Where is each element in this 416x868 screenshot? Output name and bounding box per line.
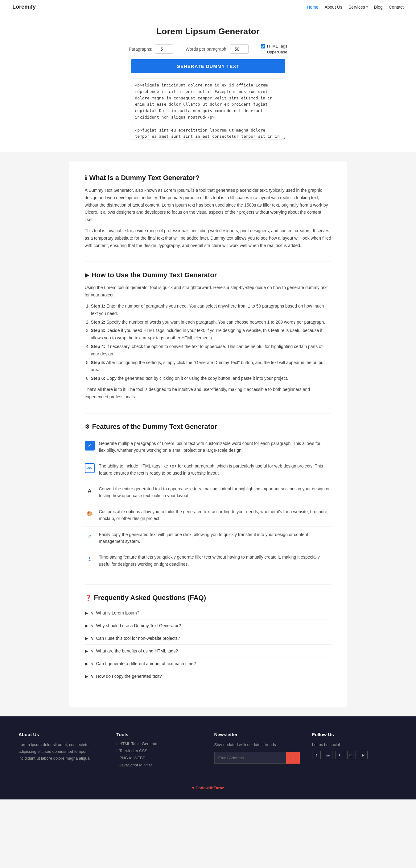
- feature-clock-icon: ⏱: [85, 554, 95, 564]
- feature-palette-icon: 🎨: [85, 509, 95, 519]
- faq-arrow-icon: ▶: [85, 611, 88, 615]
- generate-button[interactable]: GENERATE DUMMY TEXT: [131, 59, 285, 73]
- nav-blog[interactable]: Blog: [374, 5, 383, 9]
- footer-link-png[interactable]: ›PNG to WEBP: [116, 755, 202, 760]
- faq-item-5[interactable]: ▶ ∨ Can I generate a different amount of…: [85, 657, 332, 670]
- footer-follow-title: Follow Us: [312, 732, 397, 737]
- features-title: ⚙ Features of the Dummy Text Generator: [85, 423, 332, 431]
- faq-item-3[interactable]: ▶ ∨ Can I use this tool for non-website …: [85, 632, 332, 645]
- html-tags-option[interactable]: HTML Tags: [261, 44, 287, 49]
- nav-home[interactable]: Home: [307, 5, 318, 9]
- footer-about-text: Lorem ipsum dolor sit amet, consectetur …: [19, 741, 104, 762]
- faq-question-5: Can I generate a different amount of tex…: [96, 661, 196, 666]
- facebook-icon[interactable]: f: [312, 751, 321, 759]
- faq-arrow-icon: ▶: [85, 648, 88, 653]
- social-icons-row: f ◎ ✦ gh P: [312, 751, 397, 759]
- step-2: Step 2: Specify the number of words you …: [91, 319, 332, 326]
- feature-share-icon: ↗: [85, 532, 95, 541]
- feature-text-4: Customizable options allow you to tailor…: [99, 508, 332, 522]
- twitter-icon[interactable]: ✦: [336, 751, 344, 759]
- feature-item: A Convert the entire generated text to u…: [85, 481, 332, 504]
- how-intro: Using the Lorem Ipsum generator tool is …: [85, 284, 332, 299]
- feature-text-2: The ability to include HTML tags like <p…: [99, 463, 332, 476]
- words-input[interactable]: [230, 44, 248, 54]
- html-tags-checkbox[interactable]: [261, 44, 265, 49]
- faq-section: ❓ Frequently Asked Questions (FAQ) ▶ ∨ W…: [85, 594, 332, 682]
- footer-tools-col: Tools ›HTML Table Generator ›Tailwind to…: [116, 732, 202, 770]
- github-icon[interactable]: gh: [347, 751, 356, 759]
- newsletter-form: →: [214, 752, 300, 764]
- faq-item-6[interactable]: ▶ ∨ How do I copy the generated text?: [85, 670, 332, 682]
- faq-arrow-icon: ▶: [85, 661, 88, 666]
- options-group: HTML Tags UpperCase: [261, 44, 287, 54]
- step-1: Step 1: Enter the number of paragraphs y…: [91, 303, 332, 317]
- link-arrow-icon: ›: [116, 749, 117, 753]
- footer-link-tailwind[interactable]: ›Tailwind to CSS: [116, 748, 202, 753]
- faq-title: ❓ Frequently Asked Questions (FAQ): [85, 594, 332, 602]
- link-arrow-icon: ›: [116, 763, 117, 767]
- pinterest-icon[interactable]: P: [359, 751, 368, 759]
- how-title: ▶ How to Use the Dummy Text Generator: [85, 271, 332, 279]
- footer-bottom: ♥ CodewithFaraz: [19, 779, 397, 790]
- footer-social-label: Let us be social: [312, 741, 397, 748]
- output-area[interactable]: <p>aliquia incididunt dolore non id ex i…: [131, 78, 285, 140]
- feature-text-1: Generate multiple paragraphs of Lorem Ip…: [99, 440, 332, 454]
- services-dropdown-arrow: ▾: [366, 5, 368, 9]
- feature-checkmark-icon: ✓: [85, 441, 95, 451]
- faq-chevron-icon: ∨: [91, 611, 94, 615]
- feature-item: </> The ability to include HTML tags lik…: [85, 458, 332, 481]
- feature-code-icon: </>: [85, 463, 95, 473]
- feature-item: ✓ Generate multiple paragraphs of Lorem …: [85, 436, 332, 459]
- footer-newsletter-title: Newsletter: [214, 732, 300, 737]
- footer-follow-col: Follow Us Let us be social f ◎ ✦ gh P: [312, 732, 397, 770]
- uppercase-option[interactable]: UpperCase: [261, 50, 287, 54]
- faq-chevron-icon: ∨: [91, 623, 94, 628]
- newsletter-desc: Stay updated with our latest trends: [214, 741, 300, 748]
- footer-newsletter-col: Newsletter Stay updated with our latest …: [214, 732, 300, 770]
- step-6: Step 6: Copy the generated text by click…: [91, 375, 332, 382]
- features-list: ✓ Generate multiple paragraphs of Lorem …: [85, 436, 332, 572]
- newsletter-email-input[interactable]: [214, 752, 286, 764]
- nav-contact[interactable]: Contact: [389, 5, 404, 9]
- faq-chevron-icon: ∨: [91, 674, 94, 679]
- feature-text-6: Time-saving feature that lets you quickl…: [99, 554, 332, 567]
- nav-brand[interactable]: Loremify: [12, 4, 36, 10]
- footer: About Us Lorem ipsum dolor sit amet, con…: [0, 716, 416, 800]
- steps-list: Step 1: Enter the number of paragraphs y…: [91, 303, 332, 382]
- faq-arrow-icon: ▶: [85, 623, 88, 628]
- paragraphs-control: Paragraphs:: [129, 44, 173, 54]
- feature-item: 🎨 Customizable options allow you to tail…: [85, 504, 332, 527]
- navbar: Loremify Home About Us Services ▾ Blog C…: [0, 0, 416, 14]
- generator-title: Lorem Lipsum Generator: [6, 27, 410, 36]
- what-section: ℹ What is a Dummy Text Generator? A Dumm…: [85, 174, 332, 249]
- what-para-2: This tool is invaluable for a wide range…: [85, 227, 332, 249]
- faq-arrow-icon: ▶: [85, 674, 88, 679]
- feature-item: ↗ Easily copy the generated text with ju…: [85, 527, 332, 550]
- faq-chevron-icon: ∨: [91, 636, 94, 641]
- footer-about-col: About Us Lorem ipsum dolor sit amet, con…: [19, 732, 104, 770]
- gear-icon: ⚙: [85, 423, 90, 430]
- faq-item-2[interactable]: ▶ ∨ Why should I use a Dummy Text Genera…: [85, 619, 332, 632]
- paragraphs-input[interactable]: [155, 44, 173, 54]
- play-icon: ▶: [85, 272, 89, 279]
- step-5: Step 5: After configuring the settings, …: [91, 359, 332, 374]
- footer-brand-link[interactable]: CodewithFaraz: [196, 785, 224, 790]
- instagram-icon[interactable]: ◎: [324, 751, 333, 759]
- generator-section: Lorem Lipsum Generator Paragraphs: Words…: [0, 14, 416, 152]
- footer-link-html-table[interactable]: ›HTML Table Generator: [116, 741, 202, 746]
- info-icon: ℹ: [85, 175, 87, 181]
- nav-services[interactable]: Services ▾: [348, 5, 368, 9]
- feature-text-3: Convert the entire generated text to upp…: [99, 486, 332, 499]
- link-arrow-icon: ›: [116, 756, 117, 760]
- newsletter-submit-button[interactable]: →: [286, 752, 300, 764]
- nav-about[interactable]: About Us: [324, 5, 342, 9]
- step-3: Step 3: Decide if you need HTML tags inc…: [91, 327, 332, 342]
- link-arrow-icon: ›: [116, 742, 117, 746]
- paragraphs-label: Paragraphs:: [129, 46, 152, 52]
- footer-link-js-minifier[interactable]: ›JavaScript Minifier: [116, 763, 202, 767]
- faq-item-4[interactable]: ▶ ∨ What are the benefits of using HTML …: [85, 645, 332, 657]
- uppercase-checkbox[interactable]: [261, 50, 265, 54]
- faq-item-1[interactable]: ▶ ∨ What is Lorem Ipsum?: [85, 607, 332, 619]
- words-label: Words per paragraph:: [186, 46, 228, 52]
- how-outro: That's all there is to it! The tool is d…: [85, 386, 332, 401]
